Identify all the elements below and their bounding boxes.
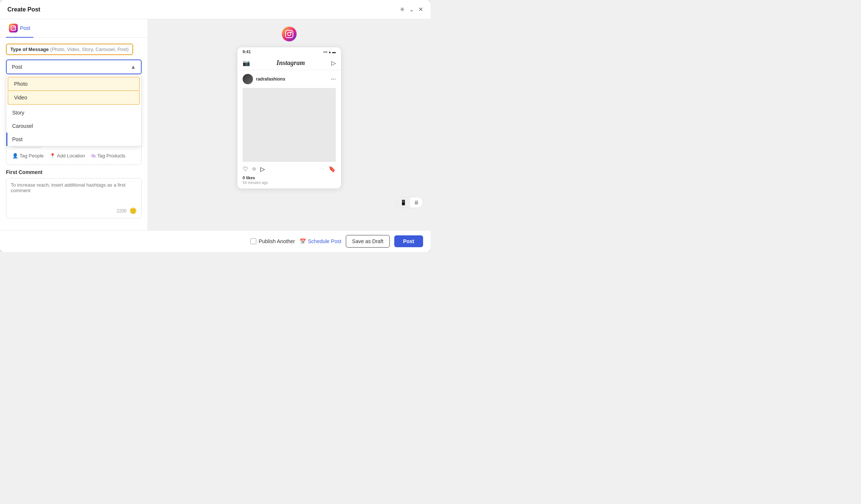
publish-another-container: Publish Another (250, 238, 295, 244)
close-icon[interactable]: ✕ (418, 6, 423, 13)
right-panel: 9:41 ▪▪▪ ▴ ▬ 📷 Instagram ▷ (148, 19, 430, 230)
ig-logo-inner (285, 30, 293, 38)
tag-products-icon: 🛍 (91, 153, 96, 159)
main-layout: Post Type of Message (Photo, Video, Stor… (0, 19, 430, 230)
heart-icon[interactable]: ♡ (243, 166, 248, 173)
send-icon[interactable]: ▷ (331, 59, 336, 67)
upload-actions: 👤 Tag People 📍 Add Location 🛍 Tag Produc… (12, 151, 135, 159)
instagram-tab-icon (9, 24, 18, 33)
publish-another-checkbox[interactable] (250, 238, 256, 244)
comment-footer: 2200 🙂 (11, 207, 137, 214)
type-message-subtitle: (Photo, Video, Story, Carousel, Post) (50, 47, 129, 52)
comment-emoji-icon[interactable]: 🙂 (129, 207, 137, 214)
tab-post-label: Post (20, 25, 30, 31)
post-action-icons: ♡ ○ ▷ (243, 166, 265, 173)
title-bar-actions: ✳ ⌄ ✕ (400, 6, 423, 13)
phone-time: 9:41 (243, 50, 251, 54)
post-actions-row: ♡ ○ ▷ 🔖 (243, 166, 336, 173)
phone-mockup: 9:41 ▪▪▪ ▴ ▬ 📷 Instagram ▷ (237, 47, 341, 188)
pin-icon[interactable]: ✳ (400, 6, 405, 13)
select-wrapper: Post ▲ Photo Video Story Carousel Post (6, 59, 142, 74)
post-time: 54 minutes ago (243, 181, 336, 185)
comment-char-count: 2200 (117, 208, 126, 214)
left-content: Type of Message (Photo, Video, Story, Ca… (0, 38, 148, 230)
type-message-label: Type of Message (Photo, Video, Story, Ca… (6, 44, 133, 55)
post-user-info: radrafashions (243, 74, 285, 84)
bookmark-icon[interactable]: 🔖 (328, 166, 336, 173)
desktop-view-button[interactable]: 🖥 (410, 197, 423, 208)
type-message-text: Type of Message (10, 47, 49, 52)
post-likes: 0 likes (243, 176, 336, 180)
schedule-post-button[interactable]: 📅 Schedule Post (300, 238, 341, 244)
save-draft-button[interactable]: Save as Draft (346, 235, 390, 248)
wifi-icon: ▴ (329, 50, 331, 54)
publish-another-label: Publish Another (259, 238, 295, 244)
select-current-value: Post (12, 64, 22, 70)
dropdown-menu: Photo Video Story Carousel Post (6, 75, 142, 146)
comment-icon[interactable]: ○ (252, 166, 256, 173)
share-icon[interactable]: ▷ (260, 166, 265, 173)
first-comment-input[interactable] (11, 182, 137, 204)
mobile-view-button[interactable]: 📱 (396, 197, 410, 208)
add-location-label: Add Location (57, 153, 85, 159)
dropdown-item-photo[interactable]: Photo (8, 77, 140, 91)
create-post-window: Create Post ✳ ⌄ ✕ Post (0, 0, 430, 252)
battery-icon: ▬ (332, 50, 336, 54)
select-box[interactable]: Post ▲ (6, 59, 142, 74)
dropdown-item-post[interactable]: Post (6, 133, 141, 146)
post-more-icon[interactable]: ··· (331, 76, 336, 82)
title-bar: Create Post ✳ ⌄ ✕ (0, 0, 430, 19)
chevron-up-icon: ▲ (131, 64, 136, 70)
tag-people-label: Tag People (20, 153, 44, 159)
location-icon: 📍 (50, 153, 55, 159)
first-comment-section: First Comment 2200 🙂 (6, 169, 142, 218)
ig-app-header: 📷 Instagram ▷ (237, 56, 341, 70)
signal-icon: ▪▪▪ (323, 50, 327, 54)
dropdown-item-story[interactable]: Story (6, 106, 141, 119)
chevron-down-icon[interactable]: ⌄ (409, 6, 414, 13)
tab-bar: Post (0, 19, 148, 38)
bottom-bar: Publish Another 📅 Schedule Post Save as … (0, 230, 430, 252)
add-location-button[interactable]: 📍 Add Location (50, 153, 85, 159)
window-title: Create Post (7, 6, 40, 13)
first-comment-label: First Comment (6, 169, 142, 175)
ig-app-title: Instagram (276, 59, 305, 67)
post-header: radrafashions ··· (243, 74, 336, 84)
camera-icon[interactable]: 📷 (243, 59, 250, 67)
ig-logo-preview (282, 27, 297, 41)
comment-textarea-wrapper: 2200 🙂 (6, 178, 142, 218)
signal-icons: ▪▪▪ ▴ ▬ (323, 50, 336, 54)
tag-people-icon: 👤 (12, 153, 18, 159)
device-toggle: 📱 🖥 (396, 197, 423, 208)
tab-post[interactable]: Post (6, 19, 33, 38)
post-username: radrafashions (256, 76, 285, 82)
ig-icon-inner (11, 25, 16, 31)
dropdown-item-carousel[interactable]: Carousel (6, 119, 141, 133)
dropdown-item-video[interactable]: Video (8, 91, 140, 105)
post-preview: radrafashions ··· ♡ ○ ▷ 🔖 (237, 70, 341, 188)
post-avatar (243, 74, 253, 84)
left-panel: Post Type of Message (Photo, Video, Stor… (0, 19, 148, 230)
schedule-post-label: Schedule Post (308, 238, 341, 244)
tag-people-button[interactable]: 👤 Tag People (12, 153, 44, 159)
phone-status-bar: 9:41 ▪▪▪ ▴ ▬ (237, 47, 341, 56)
tag-products-label: Tag Products (97, 153, 125, 159)
post-button[interactable]: Post (394, 235, 423, 247)
calendar-icon: 📅 (300, 238, 306, 244)
tag-products-button[interactable]: 🛍 Tag Products (91, 153, 125, 159)
post-image-area (243, 88, 336, 162)
